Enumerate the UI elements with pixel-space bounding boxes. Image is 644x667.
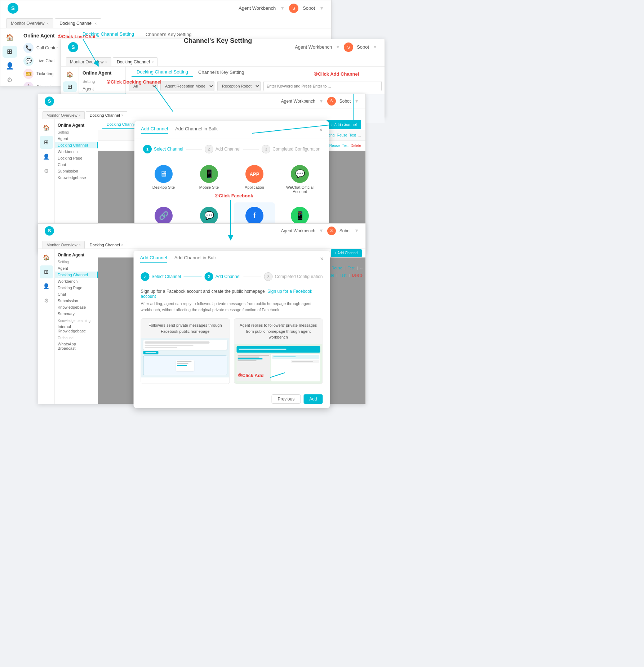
fb-modal-add-btn[interactable]: Add [303, 394, 323, 404]
modal-tab-bulk[interactable]: Add Channel in Bulk [175, 126, 218, 134]
nav-workbench-3[interactable]: Workbench [55, 148, 98, 155]
op-more-4a[interactable]: -- [360, 266, 363, 270]
fb-modal-tab-bulk[interactable]: Add Channel in Bulk [174, 255, 217, 263]
annotation-click-docking: ②Click Docking Channel [106, 79, 161, 85]
channel-app[interactable]: APP Application [234, 161, 275, 198]
sidebar-icon-person[interactable]: 👤 [3, 60, 17, 72]
channel-desktop[interactable]: 🖥 Desktop Site [143, 161, 184, 198]
tab-docking-2[interactable]: Docking Channel × [113, 57, 157, 66]
logo-2: S [68, 42, 78, 52]
user-avatar-2: S [344, 42, 353, 52]
user-avatar-1: S [289, 4, 298, 13]
icon-home-4[interactable]: 🏠 [40, 251, 53, 264]
inner-tab-dock-2[interactable]: Docking Channel Setting [132, 67, 193, 77]
page-wrapper: S Agent Workbench ▼ S Sobot ▼ Monitor Ov… [0, 0, 644, 667]
nav-chat-4[interactable]: Chat [55, 291, 98, 297]
channel-wechat-official[interactable]: 💬 WeChat Official Account [279, 161, 320, 198]
nav-chat-3[interactable]: Chat [55, 161, 98, 168]
icon-sidebar-1: 🏠 ⊞ 👤 ⚙ [0, 28, 19, 86]
tab-monitor-3[interactable]: Monitor Overview × [43, 111, 85, 119]
icon-person-4[interactable]: 👤 [40, 280, 53, 293]
fb-card-followers: Followers send private messages through … [141, 318, 230, 384]
nav-docking-3[interactable]: Docking Channel [55, 142, 98, 148]
icon-gear-4[interactable]: ⚙ [40, 294, 53, 307]
nav-submission-4[interactable]: Submission [55, 297, 98, 304]
operation-test-2[interactable]: Test [342, 144, 348, 148]
username-2: Sobot [357, 44, 369, 50]
tab-monitor-2[interactable]: Monitor Overview × [66, 57, 111, 66]
icon-sidebar-4: 🏠 ⊞ 👤 ⚙ [38, 249, 55, 404]
tabs-bar-1: Monitor Overview× Docking Channel× [0, 16, 331, 28]
topnav-1: S Agent Workbench ▼ S Sobot ▼ [0, 0, 331, 16]
modal-close-1[interactable]: × [319, 127, 323, 133]
tab-monitor-1[interactable]: Monitor Overview× [6, 18, 53, 28]
filter-select-robot[interactable]: Reception Robot [217, 81, 261, 91]
nav-internal-kb-4[interactable]: Internal Knowledgebase [55, 323, 98, 334]
nav-workbench-4[interactable]: Workbench [55, 278, 98, 285]
icon-home-3[interactable]: 🏠 [40, 121, 53, 134]
left-nav-4: Online Agent Setting Agent Docking Chann… [55, 249, 98, 404]
tab-monitor-4[interactable]: Monitor Overview × [43, 241, 85, 249]
operation-reuse-1[interactable]: Reuse [337, 133, 347, 137]
fb-modal-prev-btn[interactable]: Previous [271, 394, 301, 404]
nav-agent-4[interactable]: Agent [55, 265, 98, 272]
operation-more-1[interactable]: ... [358, 133, 361, 137]
operation-delete-2[interactable]: Delete [351, 144, 361, 148]
annotation-click-add: ⑤Click Add [238, 373, 263, 378]
fb-description: Sign up for a Facebook account and creat… [141, 289, 323, 299]
fb-modal-close[interactable]: × [320, 256, 323, 262]
channel-mobile[interactable]: 📱 Mobile Site [188, 161, 230, 198]
channel-key-setting-label: Channel's Key Setting [184, 37, 252, 45]
sidebar-icon-grid[interactable]: ⊞ [3, 46, 17, 58]
icon-grid-2[interactable]: ⊞ [63, 81, 77, 93]
operation-reuse-2[interactable]: Reuse [329, 144, 340, 148]
op-delete-4b[interactable]: Delete [352, 273, 363, 277]
nav-summary-4[interactable]: Summary [55, 310, 98, 317]
logo-4: S [45, 226, 54, 236]
sidebar-icon-home[interactable]: 🏠 [3, 31, 17, 44]
annotation-click-addchannel: ③Click Add Channel [314, 71, 359, 77]
logo-1: S [8, 3, 18, 14]
icon-person-3[interactable]: 👤 [40, 150, 53, 163]
workbench-btn-2[interactable]: Agent Workbench [295, 44, 332, 50]
main-area-4: + Add Channel Operation Setting | Reuse … [98, 249, 365, 404]
icon-grid-4[interactable]: ⊞ [40, 265, 53, 278]
nav-whatsapp-broadcast[interactable]: WhatsApp Broadcast [55, 341, 98, 352]
workbench-btn-1[interactable]: Agent Workbench [239, 5, 276, 11]
op-test-4b[interactable]: Test [340, 273, 346, 277]
nav-submission-3[interactable]: Submission [55, 168, 98, 174]
add-channel-btn-4[interactable]: + Add Channel [331, 249, 362, 257]
fb-modal-tab-add[interactable]: Add Channel [140, 255, 167, 263]
tab-docking-3[interactable]: Docking Channel × [86, 111, 127, 119]
nav-agent-3[interactable]: Agent [55, 135, 98, 142]
inner-tab-key-2[interactable]: Channel's Key Setting [193, 68, 249, 77]
nav-agent-2[interactable]: Agent [79, 85, 125, 93]
nav-kb-4[interactable]: Knowledgebase [55, 304, 98, 310]
facebook-add-modal: Add Channel Add Channel in Bulk × ✓ Sele… [134, 251, 330, 408]
filter-select-reception[interactable]: Agent Reception Mode [160, 81, 214, 91]
nav-kb-3[interactable]: Knowledgebase [55, 174, 98, 181]
screenshot-layer-4: S Agent Workbench ▼ S Sobot ▼ Monitor Ov… [38, 223, 366, 404]
modal-tab-add[interactable]: Add Channel [141, 126, 168, 134]
icon-grid-3[interactable]: ⊞ [40, 136, 53, 149]
username-1: Sobot [303, 5, 315, 11]
op-reuse-4a[interactable]: Reuse [332, 266, 342, 270]
nav-docking-4[interactable]: Docking Channel [55, 272, 98, 278]
icon-home-2[interactable]: 🏠 [63, 69, 77, 80]
icon-gear-3[interactable]: ⚙ [40, 165, 53, 178]
annotation-click-livechat: ①Click Live Chat [58, 34, 96, 39]
filter-search-input[interactable] [263, 81, 382, 91]
tab-docking-4[interactable]: Docking Channel × [86, 241, 127, 249]
logo-3: S [45, 97, 54, 106]
op-test-4a[interactable]: Test [348, 266, 354, 270]
annotation-click-facebook: ④Click Facebook [214, 193, 253, 198]
operation-test-1[interactable]: Test [349, 133, 356, 137]
nav-docking-page-4[interactable]: Docking Page [55, 285, 98, 291]
tab-docking-1[interactable]: Docking Channel× [55, 18, 101, 28]
nav-docking-page-3[interactable]: Docking Page [55, 155, 98, 161]
add-channel-btn-3[interactable]: + Add Channel [327, 120, 361, 129]
fb-sub-desc: After adding, agent can reply to followe… [141, 301, 323, 313]
sidebar-icon-settings[interactable]: ⚙ [3, 74, 17, 86]
